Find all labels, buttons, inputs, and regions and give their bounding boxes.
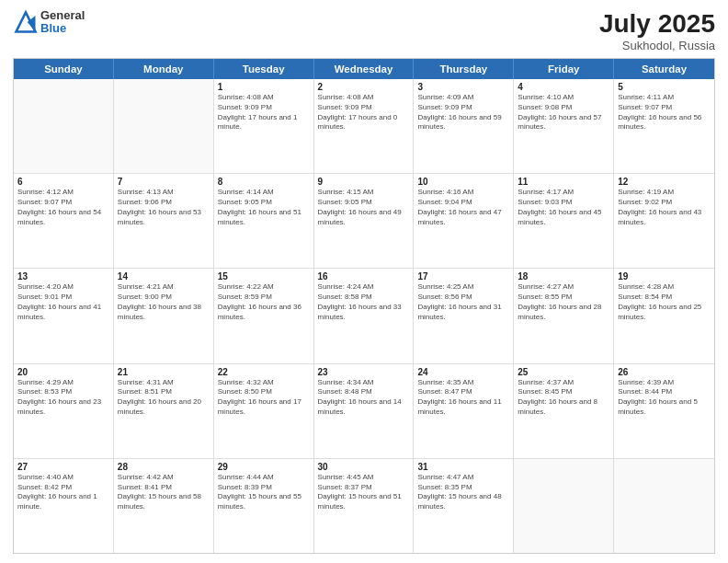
cal-cell: 26Sunrise: 4:39 AM Sunset: 8:44 PM Dayli… bbox=[614, 364, 714, 458]
day-info: Sunrise: 4:29 AM Sunset: 8:53 PM Dayligh… bbox=[17, 378, 109, 418]
cal-cell: 20Sunrise: 4:29 AM Sunset: 8:53 PM Dayli… bbox=[14, 364, 114, 458]
day-info: Sunrise: 4:34 AM Sunset: 8:48 PM Dayligh… bbox=[318, 378, 410, 418]
cal-cell: 23Sunrise: 4:34 AM Sunset: 8:48 PM Dayli… bbox=[314, 364, 415, 458]
cal-cell: 24Sunrise: 4:35 AM Sunset: 8:47 PM Dayli… bbox=[414, 364, 514, 458]
cal-cell: 16Sunrise: 4:24 AM Sunset: 8:58 PM Dayli… bbox=[314, 269, 415, 362]
cal-header-monday: Monday bbox=[114, 59, 214, 79]
title-block: July 2025 Sukhodol, Russia bbox=[599, 9, 715, 52]
cal-cell: 13Sunrise: 4:20 AM Sunset: 9:01 PM Dayli… bbox=[14, 269, 114, 362]
day-info: Sunrise: 4:24 AM Sunset: 8:58 PM Dayligh… bbox=[318, 282, 410, 322]
day-number: 23 bbox=[318, 367, 410, 377]
day-info: Sunrise: 4:47 AM Sunset: 8:35 PM Dayligh… bbox=[417, 473, 509, 512]
calendar-body: 1Sunrise: 4:08 AM Sunset: 9:09 PM Daylig… bbox=[14, 79, 714, 553]
day-number: 21 bbox=[118, 367, 210, 377]
day-info: Sunrise: 4:31 AM Sunset: 8:51 PM Dayligh… bbox=[118, 378, 210, 418]
logo: General Blue bbox=[13, 9, 85, 36]
cal-week-2: 6Sunrise: 4:12 AM Sunset: 9:07 PM Daylig… bbox=[14, 174, 714, 269]
page: General Blue July 2025 Sukhodol, Russia … bbox=[0, 0, 728, 563]
cal-cell: 21Sunrise: 4:31 AM Sunset: 8:51 PM Dayli… bbox=[114, 364, 214, 458]
day-info: Sunrise: 4:35 AM Sunset: 8:47 PM Dayligh… bbox=[417, 378, 509, 418]
cal-cell: 7Sunrise: 4:13 AM Sunset: 9:06 PM Daylig… bbox=[114, 174, 214, 268]
day-info: Sunrise: 4:15 AM Sunset: 9:05 PM Dayligh… bbox=[318, 188, 410, 227]
day-number: 16 bbox=[318, 271, 410, 282]
day-number: 1 bbox=[218, 82, 310, 92]
cal-header-friday: Friday bbox=[514, 59, 614, 79]
cal-cell bbox=[14, 79, 114, 173]
day-info: Sunrise: 4:08 AM Sunset: 9:09 PM Dayligh… bbox=[218, 93, 310, 132]
day-info: Sunrise: 4:08 AM Sunset: 9:09 PM Dayligh… bbox=[318, 93, 410, 132]
header: General Blue July 2025 Sukhodol, Russia bbox=[13, 9, 715, 52]
day-info: Sunrise: 4:21 AM Sunset: 9:00 PM Dayligh… bbox=[118, 282, 210, 322]
day-number: 3 bbox=[417, 82, 509, 92]
day-number: 7 bbox=[118, 177, 210, 187]
day-number: 13 bbox=[17, 271, 109, 282]
day-number: 4 bbox=[518, 82, 609, 92]
day-number: 12 bbox=[618, 177, 711, 187]
cal-week-3: 13Sunrise: 4:20 AM Sunset: 9:01 PM Dayli… bbox=[14, 269, 714, 363]
cal-cell: 19Sunrise: 4:28 AM Sunset: 8:54 PM Dayli… bbox=[614, 269, 714, 362]
day-info: Sunrise: 4:28 AM Sunset: 8:54 PM Dayligh… bbox=[618, 282, 711, 322]
day-info: Sunrise: 4:42 AM Sunset: 8:41 PM Dayligh… bbox=[118, 473, 210, 512]
day-number: 24 bbox=[417, 367, 509, 377]
day-number: 20 bbox=[17, 367, 109, 377]
day-info: Sunrise: 4:09 AM Sunset: 9:09 PM Dayligh… bbox=[417, 93, 509, 132]
cal-cell: 8Sunrise: 4:14 AM Sunset: 9:05 PM Daylig… bbox=[214, 174, 314, 268]
day-info: Sunrise: 4:11 AM Sunset: 9:07 PM Dayligh… bbox=[618, 93, 711, 132]
main-title: July 2025 bbox=[599, 9, 715, 39]
day-info: Sunrise: 4:19 AM Sunset: 9:02 PM Dayligh… bbox=[618, 188, 711, 227]
calendar-header-row: SundayMondayTuesdayWednesdayThursdayFrid… bbox=[14, 59, 714, 79]
cal-cell: 10Sunrise: 4:16 AM Sunset: 9:04 PM Dayli… bbox=[414, 174, 514, 268]
day-number: 19 bbox=[618, 271, 711, 282]
day-info: Sunrise: 4:10 AM Sunset: 9:08 PM Dayligh… bbox=[518, 93, 609, 132]
subtitle: Sukhodol, Russia bbox=[599, 39, 715, 52]
cal-week-4: 20Sunrise: 4:29 AM Sunset: 8:53 PM Dayli… bbox=[14, 364, 714, 459]
cal-cell: 30Sunrise: 4:45 AM Sunset: 8:37 PM Dayli… bbox=[314, 459, 415, 553]
day-info: Sunrise: 4:20 AM Sunset: 9:01 PM Dayligh… bbox=[17, 282, 109, 322]
day-info: Sunrise: 4:17 AM Sunset: 9:03 PM Dayligh… bbox=[518, 188, 609, 227]
cal-cell: 3Sunrise: 4:09 AM Sunset: 9:09 PM Daylig… bbox=[414, 79, 514, 173]
cal-cell: 18Sunrise: 4:27 AM Sunset: 8:55 PM Dayli… bbox=[514, 269, 614, 362]
day-info: Sunrise: 4:16 AM Sunset: 9:04 PM Dayligh… bbox=[417, 188, 509, 227]
day-number: 30 bbox=[318, 462, 410, 472]
day-number: 25 bbox=[518, 367, 609, 377]
day-number: 31 bbox=[417, 462, 509, 472]
day-number: 22 bbox=[218, 367, 310, 377]
cal-cell: 12Sunrise: 4:19 AM Sunset: 9:02 PM Dayli… bbox=[614, 174, 714, 268]
day-info: Sunrise: 4:45 AM Sunset: 8:37 PM Dayligh… bbox=[318, 473, 410, 512]
cal-cell: 5Sunrise: 4:11 AM Sunset: 9:07 PM Daylig… bbox=[614, 79, 714, 173]
cal-week-1: 1Sunrise: 4:08 AM Sunset: 9:09 PM Daylig… bbox=[14, 79, 714, 174]
day-info: Sunrise: 4:25 AM Sunset: 8:56 PM Dayligh… bbox=[417, 282, 509, 322]
day-number: 27 bbox=[17, 462, 109, 472]
day-number: 18 bbox=[518, 271, 609, 282]
day-number: 29 bbox=[218, 462, 310, 472]
day-number: 28 bbox=[118, 462, 210, 472]
cal-cell: 6Sunrise: 4:12 AM Sunset: 9:07 PM Daylig… bbox=[14, 174, 114, 268]
day-info: Sunrise: 4:44 AM Sunset: 8:39 PM Dayligh… bbox=[218, 473, 310, 512]
day-info: Sunrise: 4:14 AM Sunset: 9:05 PM Dayligh… bbox=[218, 188, 310, 227]
day-info: Sunrise: 4:32 AM Sunset: 8:50 PM Dayligh… bbox=[218, 378, 310, 418]
day-info: Sunrise: 4:27 AM Sunset: 8:55 PM Dayligh… bbox=[518, 282, 609, 322]
cal-header-sunday: Sunday bbox=[14, 59, 114, 79]
cal-cell: 25Sunrise: 4:37 AM Sunset: 8:45 PM Dayli… bbox=[514, 364, 614, 458]
day-number: 5 bbox=[618, 82, 711, 92]
day-number: 14 bbox=[118, 271, 210, 282]
cal-cell bbox=[614, 459, 714, 553]
cal-cell: 11Sunrise: 4:17 AM Sunset: 9:03 PM Dayli… bbox=[514, 174, 614, 268]
day-number: 11 bbox=[518, 177, 609, 187]
day-number: 26 bbox=[618, 367, 711, 377]
cal-cell bbox=[514, 459, 614, 553]
day-number: 15 bbox=[218, 271, 310, 282]
day-info: Sunrise: 4:37 AM Sunset: 8:45 PM Dayligh… bbox=[518, 378, 609, 418]
cal-cell: 14Sunrise: 4:21 AM Sunset: 9:00 PM Dayli… bbox=[114, 269, 214, 362]
cal-cell: 29Sunrise: 4:44 AM Sunset: 8:39 PM Dayli… bbox=[214, 459, 314, 553]
day-number: 17 bbox=[417, 271, 509, 282]
cal-cell bbox=[114, 79, 214, 173]
cal-cell: 17Sunrise: 4:25 AM Sunset: 8:56 PM Dayli… bbox=[414, 269, 514, 362]
cal-cell: 2Sunrise: 4:08 AM Sunset: 9:09 PM Daylig… bbox=[314, 79, 415, 173]
cal-cell: 1Sunrise: 4:08 AM Sunset: 9:09 PM Daylig… bbox=[214, 79, 314, 173]
day-number: 10 bbox=[417, 177, 509, 187]
cal-header-thursday: Thursday bbox=[414, 59, 514, 79]
logo-text: General Blue bbox=[40, 9, 85, 36]
calendar: SundayMondayTuesdayWednesdayThursdayFrid… bbox=[13, 58, 715, 554]
day-number: 8 bbox=[218, 177, 310, 187]
